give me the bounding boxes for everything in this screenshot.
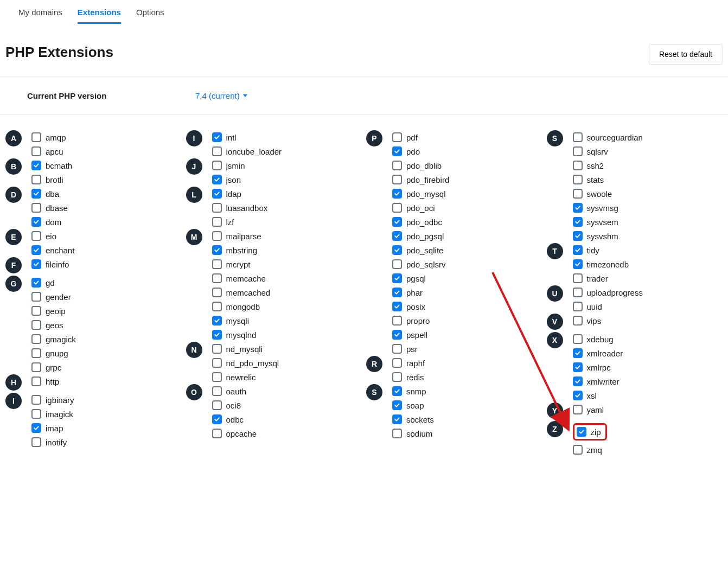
extension-checkbox-grpc[interactable]: grpc: [31, 362, 76, 372]
letter-badge: E: [5, 229, 22, 245]
letter-badge: B: [5, 158, 22, 175]
extension-checkbox-xsl[interactable]: xsl: [573, 391, 623, 400]
extension-checkbox-gnupg[interactable]: gnupg: [31, 348, 76, 358]
extension-checkbox-propro[interactable]: propro: [392, 316, 449, 326]
extension-checkbox-nd_mysqli[interactable]: nd_mysqli: [212, 344, 279, 354]
extension-checkbox-oci8[interactable]: oci8: [212, 400, 257, 410]
extension-checkbox-phar[interactable]: phar: [392, 288, 449, 297]
extension-checkbox-swoole[interactable]: swoole: [573, 189, 643, 199]
extension-checkbox-redis[interactable]: redis: [392, 372, 425, 382]
extension-checkbox-pdo_odbc[interactable]: pdo_odbc: [392, 217, 449, 227]
extension-checkbox-sourceguardian[interactable]: sourceguardian: [573, 132, 643, 142]
extension-checkbox-tidy[interactable]: tidy: [573, 245, 629, 255]
extension-checkbox-geos[interactable]: geos: [31, 320, 76, 330]
tab-extensions[interactable]: Extensions: [78, 0, 121, 24]
extension-checkbox-raphf[interactable]: raphf: [392, 358, 425, 368]
extension-checkbox-posix[interactable]: posix: [392, 302, 449, 311]
extension-checkbox-pdo[interactable]: pdo: [392, 146, 449, 156]
extension-checkbox-mysqlnd[interactable]: mysqlnd: [212, 330, 271, 340]
extension-checkbox-enchant[interactable]: enchant: [31, 245, 74, 255]
extension-checkbox-pdo_firebird[interactable]: pdo_firebird: [392, 175, 449, 184]
extension-checkbox-snmp[interactable]: snmp: [392, 386, 434, 396]
extension-checkbox-pdf[interactable]: pdf: [392, 132, 449, 142]
extension-checkbox-lzf[interactable]: lzf: [212, 217, 268, 227]
extension-checkbox-intl[interactable]: intl: [212, 132, 282, 142]
extension-checkbox-sockets[interactable]: sockets: [392, 414, 434, 424]
extension-checkbox-uploadprogress[interactable]: uploadprogress: [573, 288, 643, 297]
extension-checkbox-pdo_dblib[interactable]: pdo_dblib: [392, 161, 449, 170]
extension-checkbox-zmq[interactable]: zmq: [573, 445, 607, 455]
extension-checkbox-igbinary[interactable]: igbinary: [31, 395, 74, 405]
extension-checkbox-ldap[interactable]: ldap: [212, 189, 268, 199]
extension-checkbox-timezonedb[interactable]: timezonedb: [573, 259, 629, 269]
extension-checkbox-pdo_sqlsrv[interactable]: pdo_sqlsrv: [392, 259, 449, 269]
checkbox-icon: [392, 414, 402, 424]
extension-checkbox-opcache[interactable]: opcache: [212, 429, 257, 438]
extension-checkbox-xmlreader[interactable]: xmlreader: [573, 348, 623, 358]
extension-checkbox-amqp[interactable]: amqp: [31, 132, 66, 142]
reset-to-default-button[interactable]: Reset to default: [649, 44, 723, 65]
extension-checkbox-gmagick[interactable]: gmagick: [31, 334, 76, 344]
extension-checkbox-imagick[interactable]: imagick: [31, 409, 74, 419]
php-version-dropdown[interactable]: 7.4 (current): [195, 91, 247, 100]
extension-checkbox-gender[interactable]: gender: [31, 292, 76, 302]
extension-checkbox-sysvsem[interactable]: sysvsem: [573, 217, 643, 227]
extension-checkbox-inotify[interactable]: inotify: [31, 437, 74, 447]
extension-checkbox-pdo_pgsql[interactable]: pdo_pgsql: [392, 231, 449, 241]
extension-checkbox-mbstring[interactable]: mbstring: [212, 245, 271, 255]
extension-checkbox-zip[interactable]: zip: [577, 427, 601, 437]
extension-checkbox-bcmath[interactable]: bcmath: [31, 161, 72, 170]
extension-checkbox-ssh2[interactable]: ssh2: [573, 161, 643, 170]
extension-checkbox-sysvmsg[interactable]: sysvmsg: [573, 203, 643, 213]
extension-checkbox-vips[interactable]: vips: [573, 316, 602, 326]
extension-checkbox-xmlrpc[interactable]: xmlrpc: [573, 362, 623, 372]
extension-checkbox-nd_pdo_mysql[interactable]: nd_pdo_mysql: [212, 358, 279, 368]
extension-checkbox-dom[interactable]: dom: [31, 217, 68, 227]
extension-label: mbstring: [226, 246, 258, 255]
extension-checkbox-dbase[interactable]: dbase: [31, 203, 68, 213]
extension-checkbox-dba[interactable]: dba: [31, 189, 68, 199]
extension-checkbox-sodium[interactable]: sodium: [392, 429, 434, 438]
extension-checkbox-memcached[interactable]: memcached: [212, 288, 271, 297]
extension-checkbox-odbc[interactable]: odbc: [212, 414, 257, 424]
extension-checkbox-xmlwriter[interactable]: xmlwriter: [573, 376, 623, 386]
extension-checkbox-pdo_mysql[interactable]: pdo_mysql: [392, 189, 449, 199]
extension-checkbox-brotli[interactable]: brotli: [31, 175, 72, 184]
extension-checkbox-stats[interactable]: stats: [573, 175, 643, 184]
extension-checkbox-http[interactable]: http: [31, 376, 59, 386]
extension-checkbox-mailparse[interactable]: mailparse: [212, 231, 271, 241]
extension-checkbox-fileinfo[interactable]: fileinfo: [31, 259, 69, 269]
extension-checkbox-psr[interactable]: psr: [392, 344, 449, 354]
extension-checkbox-apcu[interactable]: apcu: [31, 146, 66, 156]
extension-checkbox-oauth[interactable]: oauth: [212, 386, 257, 396]
extension-checkbox-memcache[interactable]: memcache: [212, 273, 271, 283]
extension-checkbox-ioncube_loader[interactable]: ioncube_loader: [212, 146, 282, 156]
extension-checkbox-pdo_sqlite[interactable]: pdo_sqlite: [392, 245, 449, 255]
extension-checkbox-trader[interactable]: trader: [573, 273, 629, 283]
extension-checkbox-mcrypt[interactable]: mcrypt: [212, 259, 271, 269]
opts-wrapper: pdfpdopdo_dblibpdo_firebirdpdo_mysqlpdo_…: [392, 132, 449, 354]
extension-checkbox-soap[interactable]: soap: [392, 400, 434, 410]
extension-checkbox-xdebug[interactable]: xdebug: [573, 334, 623, 344]
letter-group: Ddbadbasedom: [5, 189, 182, 227]
extension-checkbox-json[interactable]: json: [212, 175, 245, 184]
extension-checkbox-newrelic[interactable]: newrelic: [212, 372, 279, 382]
extension-checkbox-mongodb[interactable]: mongodb: [212, 302, 271, 311]
extension-checkbox-geoip[interactable]: geoip: [31, 306, 76, 316]
extension-checkbox-pspell[interactable]: pspell: [392, 330, 449, 340]
extension-checkbox-gd[interactable]: gd: [31, 278, 76, 288]
tab-my-domains[interactable]: My domains: [18, 0, 62, 24]
tab-options[interactable]: Options: [136, 0, 164, 24]
extension-checkbox-sysvshm[interactable]: sysvshm: [573, 231, 643, 241]
extension-checkbox-pdo_oci[interactable]: pdo_oci: [392, 203, 449, 213]
extension-checkbox-eio[interactable]: eio: [31, 231, 74, 241]
extension-checkbox-sqlsrv[interactable]: sqlsrv: [573, 146, 643, 156]
extension-checkbox-pgsql[interactable]: pgsql: [392, 273, 449, 283]
extension-checkbox-jsmin[interactable]: jsmin: [212, 161, 245, 170]
extension-checkbox-mysqli[interactable]: mysqli: [212, 316, 271, 326]
extension-checkbox-yaml[interactable]: yaml: [573, 405, 604, 414]
letter-group: Ooauthoci8odbcopcache: [186, 386, 362, 438]
extension-checkbox-luasandbox[interactable]: luasandbox: [212, 203, 268, 213]
extension-checkbox-uuid[interactable]: uuid: [573, 302, 643, 311]
extension-checkbox-imap[interactable]: imap: [31, 423, 74, 433]
